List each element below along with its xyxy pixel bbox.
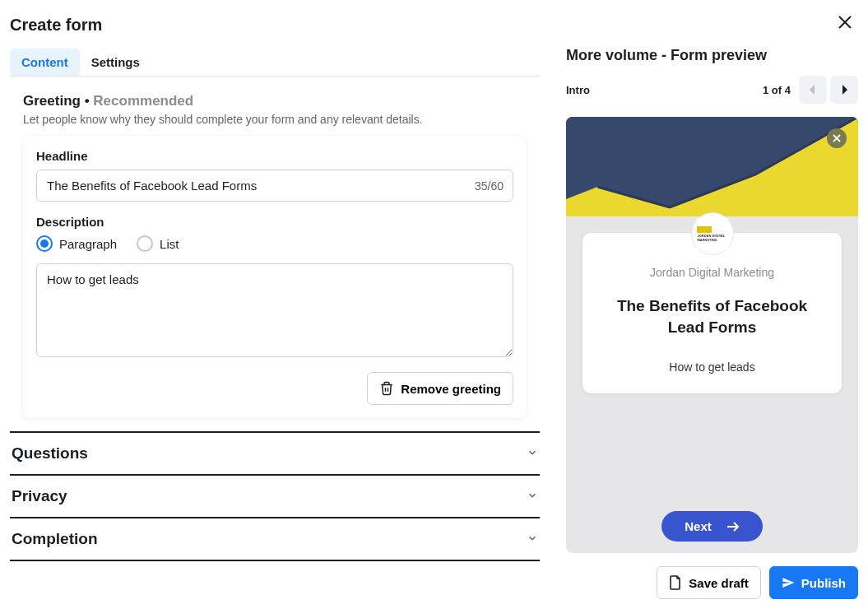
- description-label: Description: [36, 215, 513, 229]
- preview-form-next-button[interactable]: Next: [661, 511, 763, 542]
- page-title: Create form: [10, 16, 102, 35]
- close-icon: [837, 14, 853, 30]
- radio-paragraph[interactable]: Paragraph: [36, 235, 117, 252]
- preview-banner: [566, 117, 858, 216]
- greeting-section-header: Greeting • Recommended Let people know w…: [10, 77, 540, 136]
- svg-marker-5: [842, 85, 847, 95]
- preview-prev-button[interactable]: [799, 76, 827, 104]
- remove-greeting-label: Remove greeting: [401, 382, 501, 396]
- file-icon: [669, 575, 682, 590]
- tabs-bar: Content Settings: [10, 44, 540, 77]
- save-draft-label: Save draft: [689, 576, 749, 590]
- chevron-down-icon: [527, 532, 538, 546]
- headline-label: Headline: [36, 149, 513, 163]
- headline-char-count: 35/60: [475, 179, 504, 193]
- close-button[interactable]: [832, 12, 858, 37]
- caret-left-icon: [809, 85, 817, 95]
- description-textarea[interactable]: [36, 263, 513, 357]
- accordion-privacy[interactable]: Privacy: [10, 476, 540, 518]
- tab-content[interactable]: Content: [10, 49, 80, 76]
- remove-greeting-button[interactable]: Remove greeting: [367, 372, 513, 405]
- separator: •: [85, 93, 94, 109]
- accordion-completion-label: Completion: [12, 530, 98, 548]
- close-icon: [832, 133, 842, 143]
- accordion-completion[interactable]: Completion: [10, 518, 540, 561]
- radio-list-indicator: [137, 235, 153, 252]
- radio-list[interactable]: List: [137, 235, 179, 252]
- radio-paragraph-indicator: [36, 235, 53, 252]
- preview-title: More volume - Form preview: [566, 47, 858, 64]
- preview-avatar: JORDAN DIGITAL MARKETING: [691, 212, 734, 255]
- arrow-right-icon: [726, 521, 740, 532]
- save-draft-button[interactable]: Save draft: [657, 566, 761, 599]
- preview-brand: Jordan Digital Marketing: [597, 266, 827, 279]
- svg-marker-4: [810, 85, 815, 95]
- preview-step-label: Intro: [566, 84, 590, 96]
- preview-card: Jordan Digital Marketing The Benefits of…: [583, 233, 842, 393]
- preview-next-button[interactable]: [830, 76, 858, 104]
- accordion-privacy-label: Privacy: [12, 487, 67, 505]
- accordion-questions-label: Questions: [12, 444, 88, 463]
- radio-paragraph-label: Paragraph: [59, 237, 117, 251]
- recommended-label: Recommended: [93, 93, 193, 109]
- publish-label: Publish: [801, 576, 846, 590]
- accordion-questions[interactable]: Questions: [10, 433, 540, 476]
- preview-page-indicator: 1 of 4: [763, 84, 791, 96]
- radio-list-label: List: [160, 237, 179, 251]
- greeting-card: Headline 35/60 Description Paragraph Lis…: [23, 136, 527, 418]
- preview-close-button[interactable]: [827, 128, 847, 148]
- chevron-down-icon: [527, 447, 538, 461]
- tab-settings[interactable]: Settings: [80, 49, 151, 76]
- preview-headline: The Benefits of Facebook Lead Forms: [597, 295, 827, 337]
- publish-button[interactable]: Publish: [769, 566, 858, 599]
- headline-input[interactable]: [36, 170, 513, 202]
- preview-avatar-text: JORDAN DIGITAL MARKETING: [698, 234, 728, 242]
- chevron-down-icon: [527, 490, 538, 504]
- preview-box: JORDAN DIGITAL MARKETING Jordan Digital …: [566, 117, 858, 553]
- preview-next-label: Next: [685, 519, 712, 533]
- greeting-description: Let people know why they should complete…: [23, 113, 527, 126]
- send-icon: [782, 576, 795, 589]
- preview-desc: How to get leads: [597, 360, 827, 374]
- greeting-title: Greeting: [23, 93, 81, 109]
- caret-right-icon: [840, 85, 848, 95]
- trash-icon: [379, 381, 394, 396]
